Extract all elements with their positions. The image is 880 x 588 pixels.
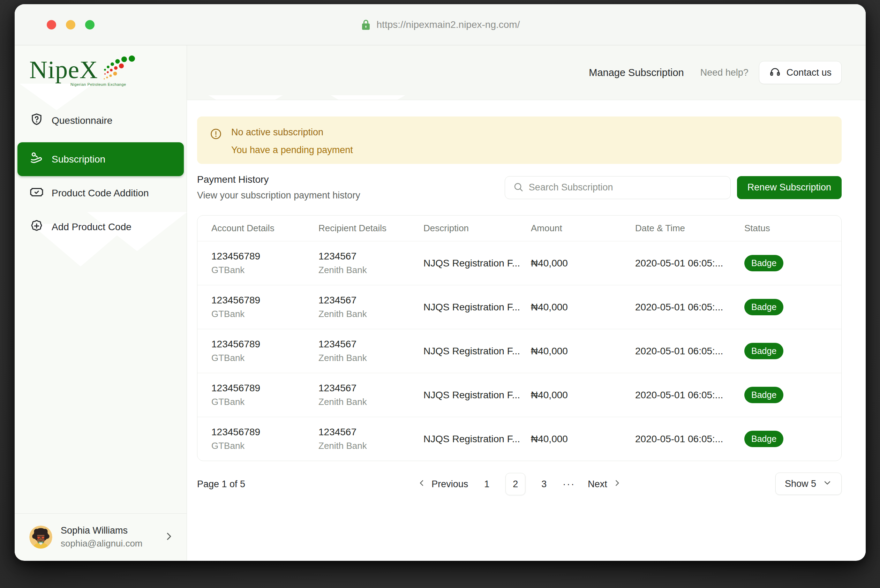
table-header-row: Account Details Recipient Details Descri… xyxy=(198,216,841,241)
page-button-2-current[interactable]: 2 xyxy=(505,473,525,495)
account-bank: GTBank xyxy=(211,396,318,407)
status-badge: Badge xyxy=(744,387,783,403)
amount: ₦40,000 xyxy=(531,258,635,269)
headphones-icon xyxy=(769,66,781,80)
sidebar-item-questionnaire[interactable]: Questionnaire xyxy=(18,110,184,132)
sidebar-item-subscription[interactable]: Subscription xyxy=(18,142,184,176)
description: NJQS Registration F... xyxy=(423,346,531,357)
search-input[interactable] xyxy=(529,182,723,193)
previous-label: Previous xyxy=(432,479,468,490)
amount: ₦40,000 xyxy=(531,346,635,357)
recipient-bank: Zenith Bank xyxy=(318,396,423,407)
pagination-ellipsis[interactable]: ··· xyxy=(562,479,575,490)
column-header: Recipient Details xyxy=(318,223,423,234)
account-bank: GTBank xyxy=(211,309,318,320)
table-row[interactable]: 123456789GTBank 1234567Zenith Bank NJQS … xyxy=(198,373,841,417)
page-summary: Page 1 of 5 xyxy=(197,479,245,490)
hand-coin-icon xyxy=(29,151,44,168)
column-header: Amount xyxy=(531,223,635,234)
chevron-left-icon xyxy=(417,478,427,490)
badge-plus-icon xyxy=(29,219,44,236)
amount: ₦40,000 xyxy=(531,390,635,401)
sidebar: NipeX xyxy=(15,45,187,561)
sidebar-item-add-product-code[interactable]: Add Product Code xyxy=(18,216,184,238)
search-subscription-box[interactable] xyxy=(505,176,731,199)
datetime: 2020-05-01 06:05:... xyxy=(635,346,744,357)
alert-circle-icon xyxy=(210,127,222,153)
watermark-chevron xyxy=(331,95,405,100)
browser-window: https://nipexmain2.nipex-ng.com/ NipeX xyxy=(15,4,866,561)
account-bank: GTBank xyxy=(211,352,318,363)
user-profile[interactable]: Sophia Williams sophia@alignui.com xyxy=(15,513,187,561)
sidebar-item-label: Add Product Code xyxy=(52,222,132,232)
payment-history-header: Payment History View your subscription p… xyxy=(197,174,842,201)
next-page-button[interactable]: Next xyxy=(588,478,622,490)
chevron-right-icon[interactable] xyxy=(163,531,174,543)
payment-history-title: Payment History xyxy=(197,174,360,185)
zoom-window-button[interactable] xyxy=(85,20,94,29)
datetime: 2020-05-01 06:05:... xyxy=(635,258,744,269)
address-bar[interactable]: https://nipexmain2.nipex-ng.com/ xyxy=(361,19,520,31)
nipex-logo: NipeX xyxy=(29,57,134,102)
desktop-background: https://nipexmain2.nipex-ng.com/ NipeX xyxy=(0,0,880,588)
main-panel: No active subscription You have a pendin… xyxy=(187,100,866,561)
window-controls xyxy=(47,20,94,29)
previous-page-button[interactable]: Previous xyxy=(417,478,468,490)
show-label: Show 5 xyxy=(785,478,816,489)
sidebar-nav: Questionnaire Subscription xyxy=(18,110,184,238)
status-badge: Badge xyxy=(744,343,783,359)
next-label: Next xyxy=(588,479,607,490)
renew-subscription-button[interactable]: Renew Subscription xyxy=(737,176,842,199)
sidebar-item-label: Questionnaire xyxy=(52,115,112,126)
recipient-bank: Zenith Bank xyxy=(318,352,423,363)
datetime: 2020-05-01 06:05:... xyxy=(635,390,744,401)
alert-message: You have a pending payment xyxy=(231,145,353,156)
contact-us-button[interactable]: Contact us xyxy=(759,61,842,84)
status-badge: Badge xyxy=(744,299,783,315)
ticket-check-icon xyxy=(29,185,44,202)
table-row[interactable]: 123456789GTBank 1234567Zenith Bank NJQS … xyxy=(198,329,841,373)
page-header: Manage Subscription Need help? Contact u… xyxy=(187,45,866,100)
recipient-bank: Zenith Bank xyxy=(318,441,423,451)
close-window-button[interactable] xyxy=(47,20,56,29)
table-row[interactable]: 123456789GTBank 1234567Zenith Bank NJQS … xyxy=(198,285,841,329)
recipient-number: 1234567 xyxy=(318,426,423,438)
account-number: 123456789 xyxy=(211,339,318,350)
page-button-1[interactable]: 1 xyxy=(481,479,493,490)
description: NJQS Registration F... xyxy=(423,302,531,313)
browser-chrome: https://nipexmain2.nipex-ng.com/ xyxy=(15,4,866,45)
amount: ₦40,000 xyxy=(531,434,635,445)
column-header: Status xyxy=(744,223,841,234)
alert-title: No active subscription xyxy=(231,127,353,138)
watermark-chevron xyxy=(208,95,283,100)
url-text: https://nipexmain2.nipex-ng.com/ xyxy=(377,19,520,30)
column-header: Account Details xyxy=(198,223,318,234)
table-row[interactable]: 123456789GTBank 1234567Zenith Bank NJQS … xyxy=(198,417,841,461)
sidebar-item-label: Product Code Addition xyxy=(52,188,149,199)
chevron-right-icon xyxy=(612,478,622,490)
content-area: Manage Subscription Need help? Contact u… xyxy=(187,45,866,561)
column-header: Date & Time xyxy=(635,223,744,234)
column-header: Description xyxy=(423,223,531,234)
logo-tagline: Nigerian Petroleum Exchange xyxy=(70,82,126,87)
datetime: 2020-05-01 06:05:... xyxy=(635,302,744,313)
description: NJQS Registration F... xyxy=(423,258,531,269)
sidebar-item-product-code-addition[interactable]: Product Code Addition xyxy=(18,182,184,204)
account-number: 123456789 xyxy=(211,382,318,394)
page-button-3[interactable]: 3 xyxy=(538,479,550,490)
amount: ₦40,000 xyxy=(531,302,635,313)
table-row[interactable]: 123456789GTBank 1234567Zenith Bank NJQS … xyxy=(198,241,841,285)
account-bank: GTBank xyxy=(211,441,318,451)
datetime: 2020-05-01 06:05:... xyxy=(635,434,744,445)
recipient-number: 1234567 xyxy=(318,251,423,262)
account-number: 123456789 xyxy=(211,426,318,438)
show-per-page-select[interactable]: Show 5 xyxy=(775,472,842,495)
profile-name: Sophia Williams xyxy=(61,525,155,536)
lock-icon xyxy=(361,19,371,31)
page-title: Manage Subscription xyxy=(589,67,684,78)
chevron-down-icon xyxy=(823,478,832,490)
description: NJQS Registration F... xyxy=(423,434,531,445)
payment-history-table: Account Details Recipient Details Descri… xyxy=(197,215,842,461)
recipient-number: 1234567 xyxy=(318,382,423,394)
minimize-window-button[interactable] xyxy=(66,20,75,29)
